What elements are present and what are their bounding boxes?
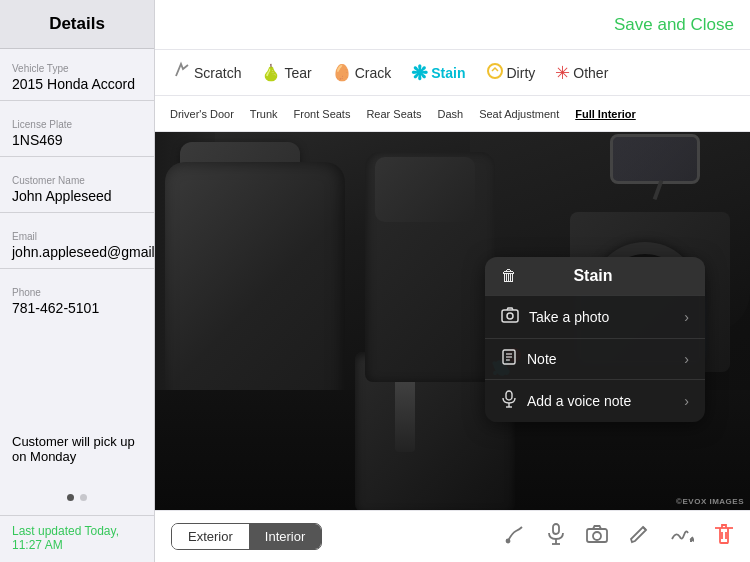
svg-point-22 — [593, 532, 601, 540]
damage-other[interactable]: ✳ Other — [547, 58, 616, 88]
tear-icon: 🍐 — [261, 63, 281, 82]
email-label: Email — [12, 231, 142, 242]
dirty-label: Dirty — [507, 65, 536, 81]
popup-title: Stain — [573, 267, 612, 285]
take-photo-label: Take a photo — [529, 309, 609, 325]
dirty-icon — [486, 62, 504, 84]
take-photo-chevron: › — [684, 309, 689, 325]
svg-point-9 — [507, 313, 513, 319]
customer-name-section: Customer Name John Appleseed — [0, 161, 154, 208]
last-updated-footer: Last updated Today, 11:27 AM — [0, 515, 154, 562]
toolbar-icons — [504, 523, 734, 550]
popup-voice-row[interactable]: Add a voice note › — [485, 379, 705, 422]
stain-icon: ❋ — [411, 61, 428, 85]
passenger-seat — [365, 152, 495, 382]
rearview-mirror — [610, 134, 700, 184]
other-label: Other — [573, 65, 608, 81]
view-toggle: Exterior Interior — [171, 523, 322, 550]
save-close-button[interactable]: Save and Close — [614, 15, 734, 35]
delete-toolbar-icon[interactable] — [714, 523, 734, 550]
svg-line-23 — [643, 527, 646, 530]
popup-note-left: Note — [501, 349, 557, 369]
svg-rect-14 — [506, 391, 512, 400]
email-section: Email john.appleseed@gmail.com — [0, 217, 154, 264]
pagination-dots — [12, 488, 142, 507]
popup-delete-icon[interactable]: 🗑 — [501, 267, 517, 285]
note-label: Note — [527, 351, 557, 367]
license-plate-section: License Plate 1NS469 — [0, 105, 154, 152]
customer-name-label: Customer Name — [12, 175, 142, 186]
sidebar: Details Vehicle Type 2015 Honda Accord L… — [0, 0, 155, 562]
tab-dash[interactable]: Dash — [430, 105, 470, 123]
camera-icon — [501, 306, 519, 328]
camera-toolbar-icon[interactable] — [586, 524, 608, 549]
note-icon — [501, 349, 517, 369]
location-tabs: Driver's Door Trunk Front Seats Rear Sea… — [155, 96, 750, 132]
interior-view-button[interactable]: Interior — [249, 524, 321, 549]
dot-2 — [80, 494, 87, 501]
dot-1 — [67, 494, 74, 501]
vehicle-type-value: 2015 Honda Accord — [12, 76, 142, 92]
damage-stain[interactable]: ❋ Stain — [403, 57, 473, 89]
customer-note-text: Customer will pick up on Monday — [12, 434, 142, 464]
voice-note-label: Add a voice note — [527, 393, 631, 409]
license-plate-label: License Plate — [12, 119, 142, 130]
customer-note-section: Customer will pick up on Monday — [0, 320, 154, 515]
vehicle-type-label: Vehicle Type — [12, 63, 142, 74]
scratch-label: Scratch — [194, 65, 241, 81]
tab-seat-adjustment[interactable]: Seat Adjustment — [472, 105, 566, 123]
popup-header: 🗑 Stain — [485, 257, 705, 295]
crack-icon: 🥚 — [332, 63, 352, 82]
damage-tear[interactable]: 🍐 Tear — [253, 59, 319, 86]
popup-take-photo-left: Take a photo — [501, 306, 609, 328]
tab-trunk[interactable]: Trunk — [243, 105, 285, 123]
main-content: Save and Close Scratch 🍐 Tear 🥚 Crack ❋ … — [155, 0, 750, 562]
vehicle-type-section: Vehicle Type 2015 Honda Accord — [0, 49, 154, 96]
svg-point-17 — [507, 540, 510, 543]
tab-rear-seats[interactable]: Rear Seats — [359, 105, 428, 123]
car-image-area[interactable]: 1 🗑 Stain Take a p — [155, 132, 750, 510]
voice-chevron: › — [684, 393, 689, 409]
damage-scratch[interactable]: Scratch — [165, 57, 249, 88]
scratch-icon — [173, 61, 191, 84]
tear-label: Tear — [284, 65, 311, 81]
popup-take-photo-row[interactable]: Take a photo › — [485, 295, 705, 338]
phone-label: Phone — [12, 287, 142, 298]
other-icon: ✳ — [555, 62, 570, 84]
note-chevron: › — [684, 351, 689, 367]
damage-type-bar: Scratch 🍐 Tear 🥚 Crack ❋ Stain Dirty ✳ O… — [155, 50, 750, 96]
popup-note-row[interactable]: Note › — [485, 338, 705, 379]
damage-dirty[interactable]: Dirty — [478, 58, 544, 88]
stain-label: Stain — [431, 65, 465, 81]
topbar: Save and Close — [155, 0, 750, 50]
phone-section: Phone 781-462-5101 — [0, 273, 154, 320]
phone-value: 781-462-5101 — [12, 300, 142, 316]
microphone-icon — [501, 390, 517, 412]
customer-name-value: John Appleseed — [12, 188, 142, 204]
tab-front-seats[interactable]: Front Seats — [287, 105, 358, 123]
exterior-view-button[interactable]: Exterior — [172, 524, 249, 549]
svg-point-0 — [488, 64, 502, 78]
tab-drivers-door[interactable]: Driver's Door — [163, 105, 241, 123]
tab-full-interior[interactable]: Full Interior — [568, 105, 643, 123]
stain-popup: 🗑 Stain Take a photo › — [485, 257, 705, 422]
popup-voice-left: Add a voice note — [501, 390, 631, 412]
passenger-headrest — [375, 157, 475, 222]
svg-rect-8 — [502, 310, 518, 322]
mic-toolbar-icon[interactable] — [546, 523, 566, 550]
damage-crack[interactable]: 🥚 Crack — [324, 59, 400, 86]
email-value: john.appleseed@gmail.com — [12, 244, 142, 260]
draw-icon[interactable] — [504, 523, 526, 550]
sidebar-title: Details — [0, 0, 154, 49]
crack-label: Crack — [355, 65, 392, 81]
svg-rect-18 — [553, 524, 559, 534]
signature-toolbar-icon[interactable] — [670, 523, 694, 550]
bottom-toolbar: Exterior Interior — [155, 510, 750, 562]
watermark: ©EVOX IMAGES — [676, 497, 744, 506]
edit-toolbar-icon[interactable] — [628, 523, 650, 550]
license-plate-value: 1NS469 — [12, 132, 142, 148]
